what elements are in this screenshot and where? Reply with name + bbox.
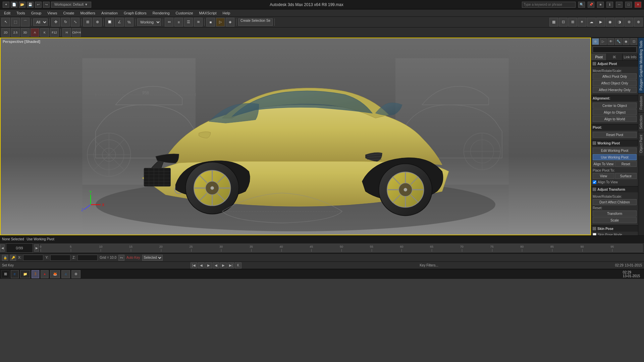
panel-icon-utilities[interactable]: 🔧: [615, 38, 622, 45]
align-btn[interactable]: ≡: [174, 18, 183, 26]
adjust-pivot-header[interactable]: ─ Adjust Pivot: [591, 61, 638, 67]
alignment-header[interactable]: Alignment:: [591, 95, 638, 101]
set-key-btn[interactable]: K: [40, 28, 49, 37]
taskbar-app4-btn[interactable]: ●: [41, 270, 49, 278]
menu-create[interactable]: Create: [60, 10, 77, 16]
render-icon-3[interactable]: ⊞: [568, 18, 577, 26]
key-icon[interactable]: 🔑: [10, 255, 16, 261]
render-icon-4[interactable]: ☀: [578, 18, 586, 26]
save-file-icon[interactable]: 💾: [27, 2, 34, 8]
render-setup-btn[interactable]: ■: [206, 18, 215, 26]
close-icon[interactable]: ✕: [635, 2, 641, 8]
reset-working-pivot-btn[interactable]: Reset: [615, 161, 637, 167]
play-btn[interactable]: ▶: [205, 262, 212, 268]
timeline-scroll-right[interactable]: ▶: [34, 244, 39, 252]
view-btn[interactable]: View: [593, 173, 614, 179]
reference-coord-btn[interactable]: ⊞: [83, 18, 92, 26]
key-mode-icon[interactable]: 🗝: [118, 255, 124, 261]
side-tab-polygon-graphite[interactable]: Polygon Graphite Modelling Tools: [638, 38, 644, 93]
x-coord-input[interactable]: [23, 255, 43, 261]
reset-pivot-btn[interactable]: Reset Pivot: [593, 132, 637, 138]
next-frame-btn[interactable]: ▶: [220, 262, 227, 268]
prev-frame-btn[interactable]: ◀: [198, 262, 205, 268]
align-to-object-btn[interactable]: Align to Object: [593, 109, 637, 115]
curve-editor-btn[interactable]: ≋: [194, 18, 203, 26]
center-to-object-btn[interactable]: Center to Object: [593, 103, 637, 109]
side-tab-selection[interactable]: Selection: [638, 112, 644, 132]
menu-customize[interactable]: Customize: [173, 10, 196, 16]
menu-edit[interactable]: Edit: [1, 10, 13, 16]
align-to-world-btn[interactable]: Align to World: [593, 116, 637, 122]
y-coord-input[interactable]: [50, 255, 70, 261]
affect-hierarchy-only-btn[interactable]: Affect Hierarchy Only: [593, 87, 637, 93]
affect-object-only-btn[interactable]: Affect Object Only: [593, 80, 637, 86]
tab-ik[interactable]: IK: [607, 54, 622, 60]
skin-pose-header[interactable]: ─ Skin Pose: [591, 226, 638, 232]
render-icon-10[interactable]: ⊕: [634, 18, 643, 26]
render-icon-6[interactable]: ▶: [596, 18, 605, 26]
adjust-transform-header[interactable]: ─ Adjust Transform: [591, 186, 638, 192]
render-icon-2[interactable]: ⊡: [559, 18, 568, 26]
xform-type-in-btn[interactable]: F12: [50, 28, 59, 37]
menu-maxscript[interactable]: MAXScript: [197, 10, 219, 16]
skin-pose-collapse[interactable]: ─: [593, 227, 596, 230]
key-mode-btn[interactable]: K: [235, 262, 241, 268]
go-to-end-btn[interactable]: ▶|: [227, 262, 234, 268]
align-to-view-checkbox[interactable]: [593, 180, 596, 184]
skin-pose-mode-checkbox[interactable]: [593, 233, 596, 235]
selection-filter-dropdown[interactable]: All: [33, 18, 48, 26]
taskbar-ie-btn[interactable]: e: [11, 270, 19, 278]
panel-icon-pivot[interactable]: ⊕: [592, 38, 599, 45]
panel-icon-extra2[interactable]: ⊡: [630, 38, 637, 45]
menu-rendering[interactable]: Rendering: [150, 10, 172, 16]
main-viewport[interactable]: Perspective [Shaded]: [0, 38, 591, 235]
tab-pivot[interactable]: Pivot: [591, 54, 607, 60]
dont-affect-children-btn[interactable]: Don't Affect Children: [593, 199, 637, 205]
taskbar-explorer-btn[interactable]: 📁: [20, 270, 30, 278]
menu-modifiers[interactable]: Modifiers: [77, 10, 98, 16]
keyword-search-input[interactable]: [522, 2, 576, 8]
material-editor-btn[interactable]: ◈: [226, 18, 234, 26]
workspace-icon[interactable]: Workspace: Default ▼: [51, 2, 91, 8]
open-file-icon[interactable]: 📂: [19, 2, 25, 8]
snap-2d-btn[interactable]: 2D: [1, 28, 10, 37]
render-btn[interactable]: ▷: [216, 18, 225, 26]
layer-manager-btn[interactable]: ☰: [184, 18, 193, 26]
render-icon-9[interactable]: ⊛: [625, 18, 633, 26]
panel-icon-extra1[interactable]: ◉: [623, 38, 630, 45]
taskbar-3dsmax-btn[interactable]: 3: [32, 270, 40, 278]
play-reverse-btn[interactable]: ◀: [213, 262, 219, 268]
snap-25d-btn[interactable]: 2.5: [11, 28, 20, 37]
help-search-icon[interactable]: 🔍: [578, 2, 585, 8]
star-icon[interactable]: ★: [597, 2, 604, 8]
affect-pivot-only-btn[interactable]: Affect Pivot Only: [593, 73, 637, 79]
taskbar-app6-btn[interactable]: ♫: [61, 270, 70, 278]
tab-link-info[interactable]: Link Info: [623, 54, 638, 60]
render-icon-5[interactable]: ☁: [587, 18, 596, 26]
selected-dropdown[interactable]: Selected: [142, 255, 163, 261]
adjust-pivot-collapse[interactable]: ─: [593, 62, 596, 65]
snap-3d-btn[interactable]: 3D: [21, 28, 30, 37]
taskbar-app7-btn[interactable]: ⚙: [71, 270, 80, 278]
lock-icon[interactable]: 🔒: [2, 255, 8, 261]
working-pivot-header[interactable]: ─ Working Pivot: [591, 140, 638, 146]
render-icon-8[interactable]: ◑: [615, 18, 624, 26]
panel-icon-display[interactable]: 👁: [607, 38, 614, 45]
z-coord-input[interactable]: [77, 255, 98, 261]
select-from-scene-btn[interactable]: H: [62, 28, 71, 37]
panel-icon-motion[interactable]: ▷: [600, 38, 607, 45]
surface-btn[interactable]: Surface: [615, 173, 637, 179]
adjust-transform-collapse[interactable]: ─: [593, 188, 596, 191]
windows-start-btn[interactable]: ⊞: [1, 270, 9, 278]
auto-key-btn[interactable]: A: [31, 28, 39, 37]
info-icon[interactable]: ℹ: [606, 2, 613, 8]
app-logo[interactable]: ✦: [3, 2, 9, 8]
render-icon-7[interactable]: ◉: [606, 18, 614, 26]
transform-reset-btn[interactable]: Transform: [593, 210, 637, 217]
timeline-scroll-left[interactable]: ◀: [0, 244, 5, 252]
menu-group[interactable]: Group: [29, 10, 44, 16]
angle-snap-btn[interactable]: ∠: [115, 18, 124, 26]
pivot-btn[interactable]: ⊕: [93, 18, 102, 26]
percent-snap-btn[interactable]: %: [125, 18, 133, 26]
align-to-view-btn[interactable]: Align To View: [593, 161, 614, 167]
